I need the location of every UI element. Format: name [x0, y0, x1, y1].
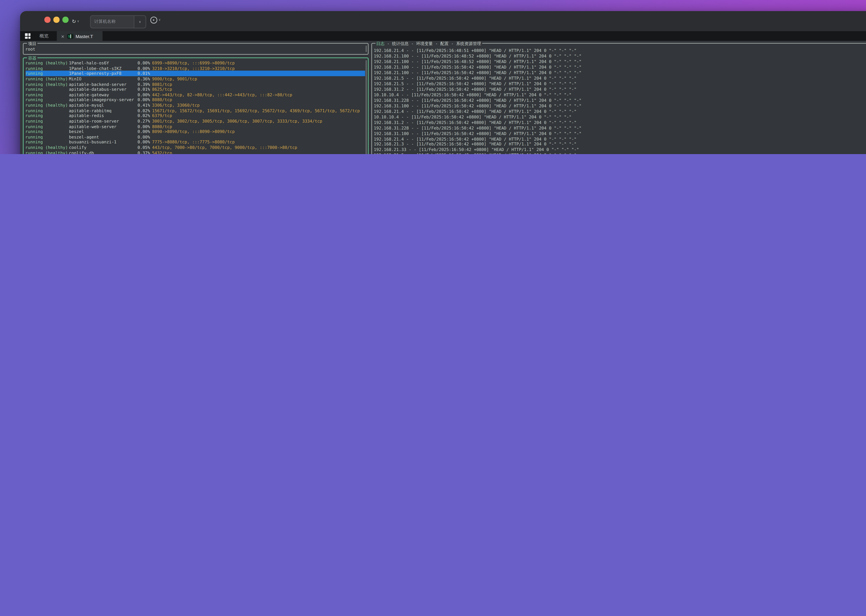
run-button[interactable]: ▶ ∨	[150, 14, 161, 23]
container-name: apitable-web-server	[69, 124, 137, 129]
container-row[interactable]: running (healthy)1Panel-halo-os6Y0.00%69…	[25, 60, 365, 66]
container-state: running	[25, 87, 69, 91]
project-row[interactable]: root	[25, 46, 365, 52]
container-row[interactable]: runningapitable-room-server0.27%3001/tcp…	[25, 118, 365, 123]
container-state: running (healthy)	[25, 82, 69, 86]
container-cpu: 0.00%	[137, 140, 152, 145]
container-ports: 9000/tcp, 9001/tcp	[152, 76, 365, 81]
container-name: beszel-agent	[69, 134, 137, 139]
container-state: running	[25, 108, 69, 113]
container-ports: 8625/tcp	[152, 87, 365, 91]
container-ports: 3306/tcp, 33060/tcp	[152, 102, 365, 107]
container-cpu: 0.39%	[137, 82, 152, 86]
container-ports: 442->443/tcp, 82->80/tcp, :::442->443/tc…	[152, 92, 365, 97]
container-ports: 443/tcp, 7000->80/tcp, 7000/tcp, 9000/tc…	[152, 145, 365, 149]
log-line: 192.168.31.100 - - [11/Feb/2025:16:50:42…	[374, 130, 866, 136]
container-cpu: 0.41%	[137, 102, 152, 107]
reconnect-button[interactable]: ↻∨	[72, 13, 79, 28]
close-window-button[interactable]	[44, 17, 50, 22]
container-row[interactable]: running (healthy)apitable-mysql0.41%3306…	[25, 102, 365, 108]
log-line: 192.168.21.5 - - [11/Feb/2025:16:50:42 +…	[374, 81, 866, 86]
close-tab-icon[interactable]: ✕	[61, 34, 65, 38]
log-line: 192.168.21.4 - - [11/Feb/2025:16:50:42 +…	[374, 108, 866, 114]
hostname-dropdown-button[interactable]: ∨	[134, 16, 145, 27]
project-panel[interactable]: 项目 root	[23, 43, 368, 54]
overview-grid-button[interactable]	[20, 31, 35, 41]
container-name: apitable-mysql	[69, 102, 137, 107]
container-name: apitable-databus-server	[69, 87, 137, 91]
container-state: running (healthy)	[25, 60, 69, 65]
container-state: running (healthy)	[25, 145, 69, 149]
container-row[interactable]: runningbeszel-agent0.00%	[25, 134, 365, 139]
log-line: 192.168.31.228 - - [11/Feb/2025:16:50:42…	[374, 125, 866, 130]
container-name: beszel	[69, 129, 137, 134]
grid-icon	[25, 33, 30, 39]
container-state: running	[25, 118, 69, 123]
project-panel-title: 项目	[27, 41, 38, 46]
container-ports: 8080/tcp	[152, 124, 365, 129]
container-row[interactable]: runningapitable-web-server0.00%8080/tcp	[25, 123, 365, 129]
container-name: apitable-room-server	[69, 118, 137, 123]
container-state: running (healthy)	[25, 150, 69, 154]
containers-panel[interactable]: 容器 running (healthy)1Panel-halo-os6Y0.00…	[23, 57, 368, 154]
container-state: running	[25, 66, 69, 71]
log-line: 192.168.31.100 - - [11/Feb/2025:16:50:42…	[374, 103, 866, 108]
container-row[interactable]: runningapitable-imageproxy-server0.00%80…	[25, 97, 365, 102]
container-cpu: 0.37%	[137, 150, 152, 154]
log-line: 192.168.21.33 - - [11/Feb/2025:16:50:42 …	[374, 147, 866, 152]
container-row[interactable]: runningbeszel0.00%8090->8090/tcp, :::809…	[25, 129, 365, 134]
container-row[interactable]: runningapitable-gateway0.00%442->443/tcp…	[25, 92, 365, 97]
container-row[interactable]: runningapitable-rabbitmq0.02%15671/tcp, …	[25, 107, 365, 113]
tab-terminal-label: Master.T	[76, 34, 93, 38]
container-name: apitable-imageproxy-server	[69, 97, 137, 102]
tab-terminal[interactable]: ✕ $▍ Master.T	[57, 31, 103, 41]
container-row[interactable]: running (healthy)coolify0.05%443/tcp, 70…	[25, 145, 365, 150]
container-name: MinIO	[69, 76, 137, 81]
container-state: running	[25, 134, 69, 139]
container-state: running (healthy)	[25, 76, 69, 81]
tab-overview-label: 概览	[39, 33, 49, 39]
logs-panel[interactable]: 日志 - 统计信息 - 环境变量 - 配置 - 系统资源管理 192.168.2…	[371, 43, 866, 154]
container-row[interactable]: runningbusuanzi-busuanzi-10.00%7775->808…	[25, 139, 365, 145]
logs-other-tabs[interactable]: - 统计信息 - 环境变量 - 配置 - 系统资源管理	[384, 41, 481, 46]
container-ports: 3210->3210/tcp, :::3210->3210/tcp	[152, 66, 365, 71]
container-row[interactable]: runningapitable-redis0.02%6379/tcp	[25, 113, 365, 118]
hostname-placeholder: 计算机名称	[94, 18, 134, 25]
container-row[interactable]: runningapitable-databus-server0.01%8625/…	[25, 86, 365, 92]
terminal-icon: $▍	[67, 34, 73, 38]
chevron-down-icon: ∨	[77, 19, 79, 22]
container-row[interactable]: running (healthy)apitable-backend-server…	[25, 81, 365, 86]
container-ports: 8080/tcp	[152, 97, 365, 102]
logs-panel-tabs: 日志 - 统计信息 - 环境变量 - 配置 - 系统资源管理	[375, 41, 482, 46]
container-name: apitable-backend-server	[69, 82, 137, 86]
tab-overview[interactable]: 概览	[35, 31, 57, 41]
container-cpu: 0.00%	[137, 60, 152, 65]
container-name: apitable-gateway	[69, 92, 137, 97]
container-cpu: 0.01%	[137, 87, 152, 91]
minimize-window-button[interactable]	[54, 17, 59, 22]
hostname-select[interactable]: 计算机名称 ∨	[90, 15, 146, 28]
log-line: 192.168.21.5 - - [11/Feb/2025:16:50:42 +…	[374, 152, 866, 154]
terminal-window: ↻∨ 计算机名称 ∨ ▶ ∨ ∨ 搜索 概览	[20, 11, 866, 154]
container-cpu: 0.00%	[137, 124, 152, 129]
log-line: 192.168.21.3 - - [11/Feb/2025:16:50:42 +…	[374, 141, 866, 147]
container-state: running	[25, 97, 69, 102]
container-ports: 6999->8090/tcp, :::6999->8090/tcp	[152, 60, 365, 65]
container-row[interactable]: running (healthy)coolify-db0.37%5432/tcp	[25, 150, 365, 154]
container-ports: 8090->8090/tcp, :::8090->8090/tcp	[152, 129, 365, 134]
container-ports: 3001/tcp, 3002/tcp, 3005/tcp, 3006/tcp, …	[152, 118, 365, 123]
container-row[interactable]: running1Panel-lobe-chat-sIKZ0.00%3210->3…	[25, 65, 365, 71]
refresh-icon: ↻	[72, 17, 76, 24]
container-name: busuanzi-busuanzi-1	[69, 140, 137, 145]
log-line: 192.168.31.2 - - [11/Feb/2025:16:50:42 +…	[374, 119, 866, 125]
log-line: 192.168.21.100 - - [11/Feb/2025:16:50:42…	[374, 69, 866, 75]
container-ports: 5432/tcp	[152, 150, 365, 154]
container-row[interactable]: running (healthy)MinIO0.36%9000/tcp, 900…	[25, 76, 365, 81]
container-cpu: 0.36%	[137, 76, 152, 81]
container-name: 1Panel-halo-os6Y	[69, 60, 137, 65]
container-ports: 15671/tcp, 15672/tcp, 15691/tcp, 15692/t…	[152, 108, 365, 113]
desktop-background: ↻∨ 计算机名称 ∨ ▶ ∨ ∨ 搜索 概览	[0, 0, 866, 154]
zoom-window-button[interactable]	[62, 17, 68, 22]
container-row[interactable]: running1Panel-openresty-pxF80.01%	[25, 71, 365, 76]
tab-logs[interactable]: 日志	[376, 41, 384, 46]
